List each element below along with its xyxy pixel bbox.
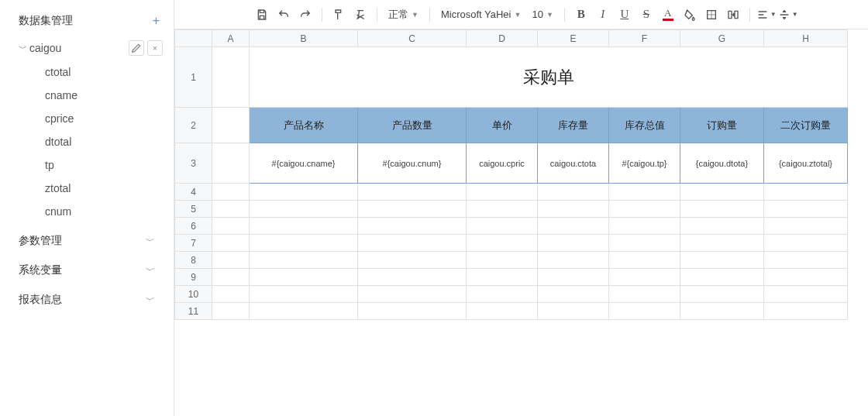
fill-color-button[interactable] (680, 5, 700, 25)
remove-dataset-button[interactable]: × (147, 40, 163, 56)
row-header[interactable]: 5 (175, 201, 212, 218)
cell[interactable] (609, 269, 680, 286)
cell[interactable] (538, 201, 609, 218)
cell[interactable] (609, 184, 680, 201)
format-painter-button[interactable] (329, 5, 349, 25)
col-header[interactable]: E (538, 30, 609, 47)
tree-field[interactable]: ctotal (0, 60, 174, 84)
cell[interactable] (538, 218, 609, 235)
italic-button[interactable]: I (593, 5, 613, 25)
cell[interactable] (680, 269, 764, 286)
data-cell[interactable]: #{caigou.tp} (609, 143, 680, 184)
row-header[interactable]: 11 (175, 303, 212, 320)
sidebar-section-reportinfo[interactable]: 报表信息 ﹀ (0, 282, 174, 311)
cell[interactable] (680, 235, 764, 252)
cell[interactable] (764, 286, 848, 303)
row-header[interactable]: 6 (175, 218, 212, 235)
cell[interactable] (212, 143, 250, 184)
cell[interactable] (467, 269, 538, 286)
cell[interactable] (358, 218, 467, 235)
tree-field[interactable]: cnum (0, 200, 174, 223)
cell[interactable] (764, 218, 848, 235)
cell[interactable] (467, 235, 538, 252)
cell[interactable] (358, 184, 467, 201)
cell[interactable] (609, 201, 680, 218)
col-header[interactable]: B (250, 30, 358, 47)
redo-button[interactable] (295, 5, 315, 25)
cell[interactable] (212, 184, 250, 201)
cell[interactable] (538, 269, 609, 286)
cell[interactable] (609, 252, 680, 269)
row-header[interactable]: 3 (175, 143, 212, 184)
cell[interactable] (538, 303, 609, 320)
table-header-cell[interactable]: 库存总值 (609, 108, 680, 143)
cell[interactable] (358, 286, 467, 303)
cell[interactable] (467, 201, 538, 218)
sidebar-section-params[interactable]: 参数管理 ﹀ (0, 223, 174, 253)
col-header[interactable]: F (609, 30, 680, 47)
cell[interactable] (680, 303, 764, 320)
cell[interactable] (680, 184, 764, 201)
col-header[interactable]: H (764, 30, 848, 47)
cell[interactable] (764, 269, 848, 286)
spreadsheet[interactable]: A B C D E F G H 1 采购单 2 产品名称 (174, 29, 868, 416)
cell[interactable] (764, 184, 848, 201)
sidebar-section-sysvars[interactable]: 系统变量 ﹀ (0, 253, 174, 282)
cell[interactable] (467, 184, 538, 201)
row-header[interactable]: 7 (175, 235, 212, 252)
col-header[interactable]: C (358, 30, 467, 47)
cell[interactable] (467, 218, 538, 235)
table-header-cell[interactable]: 产品数量 (358, 108, 467, 143)
cell[interactable] (212, 252, 250, 269)
cell[interactable] (250, 235, 358, 252)
clear-format-button[interactable] (350, 5, 370, 25)
cell[interactable] (212, 201, 250, 218)
col-header[interactable]: G (680, 30, 764, 47)
cell[interactable] (538, 252, 609, 269)
tree-field[interactable]: ztotal (0, 177, 174, 200)
col-header[interactable]: D (467, 30, 538, 47)
row-header[interactable]: 10 (175, 286, 212, 303)
cell[interactable] (358, 269, 467, 286)
cell[interactable] (212, 108, 250, 143)
format-mode-select[interactable]: 正常 ▼ (384, 8, 423, 22)
add-dataset-button[interactable]: + (153, 14, 160, 28)
cell[interactable] (212, 218, 250, 235)
font-color-button[interactable]: A (658, 5, 678, 25)
cell[interactable] (212, 269, 250, 286)
save-button[interactable] (252, 5, 272, 25)
row-header[interactable]: 2 (175, 108, 212, 143)
cell[interactable] (250, 286, 358, 303)
cell[interactable] (538, 286, 609, 303)
vertical-align-button[interactable]: ▼ (778, 5, 798, 25)
cell[interactable] (680, 201, 764, 218)
tree-root-caigou[interactable]: ﹀ caigou × (0, 36, 174, 60)
tree-field[interactable]: tp (0, 153, 174, 177)
table-header-cell[interactable]: 库存量 (538, 108, 609, 143)
borders-button[interactable] (701, 5, 722, 25)
cell[interactable] (764, 303, 848, 320)
data-cell[interactable]: caigou.cpric (467, 143, 538, 184)
tree-field[interactable]: cprice (0, 107, 174, 130)
undo-button[interactable] (274, 5, 294, 25)
cell[interactable] (680, 252, 764, 269)
cell[interactable] (250, 269, 358, 286)
table-header-cell[interactable]: 二次订购量 (764, 108, 848, 143)
data-cell[interactable]: {caigou.dtota} (680, 143, 764, 184)
select-all-corner[interactable] (175, 30, 212, 47)
cell[interactable] (764, 252, 848, 269)
merge-cells-button[interactable] (723, 5, 743, 25)
cell[interactable] (467, 286, 538, 303)
cell[interactable] (680, 218, 764, 235)
cell[interactable] (538, 235, 609, 252)
tree-field[interactable]: cname (0, 84, 174, 107)
table-header-cell[interactable]: 订购量 (680, 108, 764, 143)
row-header[interactable]: 8 (175, 252, 212, 269)
title-cell[interactable]: 采购单 (250, 47, 848, 108)
tree-field[interactable]: dtotal (0, 130, 174, 153)
edit-dataset-button[interactable] (129, 40, 144, 56)
table-header-cell[interactable]: 单价 (467, 108, 538, 143)
col-header[interactable]: A (212, 30, 250, 47)
data-cell[interactable]: caigou.ctota (538, 143, 609, 184)
cell[interactable] (212, 286, 250, 303)
